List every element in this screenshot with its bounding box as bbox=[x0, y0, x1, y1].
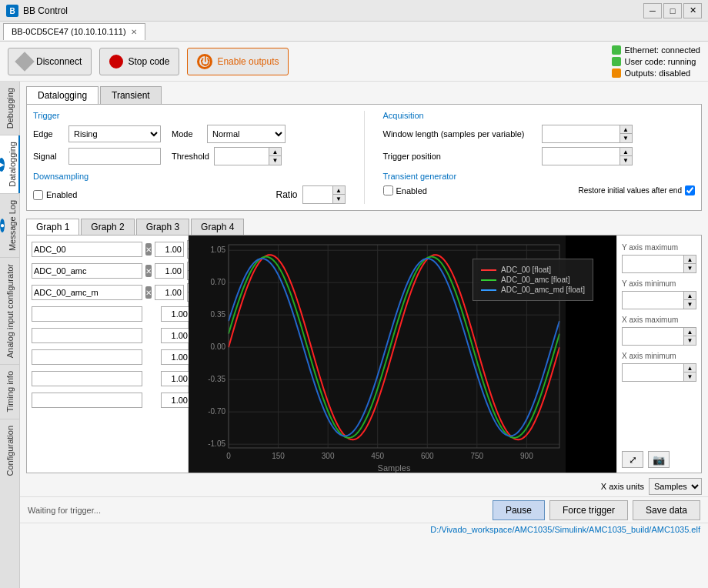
threshold-up-btn[interactable]: ▲ bbox=[269, 148, 281, 156]
close-button[interactable]: ✕ bbox=[683, 3, 702, 18]
y-min-up[interactable]: ▲ bbox=[683, 292, 696, 300]
threshold-input[interactable]: 0.0 bbox=[215, 148, 269, 165]
disconnect-button[interactable]: Disconnect bbox=[8, 48, 92, 75]
signal-row-7: ▲ ▼ bbox=[32, 391, 183, 409]
x-min-btns: ▲ ▼ bbox=[683, 364, 696, 381]
ethernet-label: Ethernet: connected bbox=[625, 45, 700, 55]
user-code-label: User code: running bbox=[625, 57, 696, 66]
enable-outputs-button[interactable]: ⏻ Enable outputs bbox=[187, 48, 289, 75]
window-up-btn[interactable]: ▲ bbox=[620, 125, 632, 134]
sidebar-item-configuration[interactable]: Configuration bbox=[0, 419, 20, 482]
x-min-down[interactable]: ▼ bbox=[683, 373, 696, 381]
tab-transient[interactable]: Transient bbox=[100, 86, 162, 104]
outputs-label: Outputs: disabled bbox=[625, 68, 691, 78]
restore-checkbox[interactable] bbox=[685, 185, 695, 195]
trigger-pos-down-btn[interactable]: ▼ bbox=[620, 156, 632, 165]
sidebar-item-analog[interactable]: Analog input configurator bbox=[0, 258, 20, 364]
graph-tab-2[interactable]: Graph 2 bbox=[81, 219, 134, 235]
signal-val-3[interactable] bbox=[161, 306, 190, 322]
signal-row-3: ▲ ▼ bbox=[32, 305, 183, 323]
signal-val-5[interactable] bbox=[161, 349, 190, 365]
signal-val-6[interactable] bbox=[161, 371, 190, 386]
maximize-button[interactable]: □ bbox=[663, 3, 682, 18]
x-axis-units-select[interactable]: Samples Time bbox=[649, 478, 702, 495]
y-axis-panel: Y axis maximum 1.11 ▲ ▼ Y axis minimum -… bbox=[616, 236, 701, 473]
legend-row-2: ADC_00_amc_md [float] bbox=[481, 286, 585, 294]
x-min-input[interactable]: 0.00 bbox=[623, 364, 683, 381]
graph-tab-3[interactable]: Graph 3 bbox=[136, 219, 189, 235]
signal-val-0[interactable] bbox=[155, 242, 184, 257]
signal-input-6[interactable] bbox=[32, 371, 142, 386]
y-max-down[interactable]: ▼ bbox=[683, 264, 696, 272]
x-max-down[interactable]: ▼ bbox=[683, 336, 696, 345]
signal-clear-1[interactable]: ✕ bbox=[145, 265, 152, 277]
signal-val-4[interactable] bbox=[161, 328, 190, 343]
graph-tab-4-label: Graph 4 bbox=[201, 222, 234, 232]
tab-bb[interactable]: BB-0CD5CE47 (10.10.10.111) ✕ bbox=[3, 23, 145, 40]
downsampling-checkbox[interactable] bbox=[33, 190, 43, 200]
trigger-title: Trigger bbox=[33, 111, 346, 120]
y-max-btns: ▲ ▼ bbox=[683, 256, 696, 272]
tab-close-icon[interactable]: ✕ bbox=[131, 28, 137, 36]
downsampling-title: Downsampling bbox=[33, 172, 346, 181]
window-input[interactable]: 1000 bbox=[543, 125, 620, 142]
ratio-down-btn[interactable]: ▼ bbox=[332, 195, 345, 203]
trigger-pos-input[interactable]: 0 bbox=[543, 148, 620, 165]
graph-tab-2-label: Graph 2 bbox=[91, 222, 124, 232]
signal-clear-0[interactable]: ✕ bbox=[145, 243, 152, 256]
expand-icon-btn[interactable]: ⤢ bbox=[622, 451, 643, 468]
transient-checkbox[interactable] bbox=[383, 185, 393, 195]
tab-datalogging[interactable]: Datalogging bbox=[26, 86, 99, 105]
save-data-button[interactable]: Save data bbox=[633, 500, 700, 520]
outputs-status: Outputs: disabled bbox=[612, 68, 700, 78]
y-min-down[interactable]: ▼ bbox=[683, 300, 696, 309]
stop-code-button[interactable]: Stop code bbox=[99, 48, 179, 75]
sidebar-item-timing[interactable]: Timing info bbox=[0, 365, 20, 418]
mode-select[interactable]: Normal Auto bbox=[208, 125, 285, 142]
x-min-up[interactable]: ▲ bbox=[683, 364, 696, 373]
signal-input-4[interactable] bbox=[32, 328, 142, 343]
y-max-up[interactable]: ▲ bbox=[683, 256, 696, 264]
sidebar-item-datalogging[interactable]: ▶ Datalogging bbox=[0, 135, 20, 193]
signal-val-7[interactable] bbox=[161, 393, 190, 408]
window-down-btn[interactable]: ▼ bbox=[620, 134, 632, 142]
pause-button[interactable]: Pause bbox=[493, 500, 545, 520]
signal-row-6: ▲ ▼ bbox=[32, 369, 183, 388]
ratio-up-btn[interactable]: ▲ bbox=[332, 186, 345, 195]
signal-val-2[interactable] bbox=[155, 285, 184, 300]
y-min-input[interactable]: -1.09 bbox=[623, 292, 683, 309]
transient-row: Enabled Restore initial values after end bbox=[383, 185, 696, 195]
signal-input-0[interactable] bbox=[32, 242, 142, 257]
sidebar-item-debugging[interactable]: Debugging bbox=[0, 82, 20, 135]
downsampling-enabled[interactable]: Enabled bbox=[33, 190, 77, 200]
y-min-label: Y axis minimum bbox=[622, 279, 696, 288]
graph-tab-4[interactable]: Graph 4 bbox=[191, 219, 244, 235]
force-trigger-button[interactable]: Force trigger bbox=[549, 500, 628, 520]
graph-tab-1[interactable]: Graph 1 bbox=[26, 219, 79, 235]
minimize-button[interactable]: ─ bbox=[643, 3, 662, 18]
signal-val-1[interactable] bbox=[155, 263, 184, 279]
signal-input[interactable] bbox=[68, 148, 161, 165]
ratio-input[interactable]: 1 bbox=[303, 186, 332, 203]
x-max-input[interactable]: 999.00 bbox=[623, 328, 683, 345]
downsampling-row: Enabled Ratio 1 ▲ ▼ bbox=[33, 185, 346, 204]
downsampling-section: Downsampling Enabled Ratio 1 bbox=[33, 172, 346, 204]
signal-input-3[interactable] bbox=[32, 306, 142, 322]
pause-label: Pause bbox=[506, 505, 532, 516]
signal-clear-2[interactable]: ✕ bbox=[145, 286, 152, 299]
x-max-up[interactable]: ▲ bbox=[683, 328, 696, 336]
sidebar-item-messagelog[interactable]: ● Message Log bbox=[0, 194, 20, 257]
y-max-input[interactable]: 1.11 bbox=[623, 256, 683, 272]
inner-tabs: Datalogging Transient bbox=[20, 82, 708, 104]
threshold-down-btn[interactable]: ▼ bbox=[269, 156, 281, 165]
tab-datalogging-label: Datalogging bbox=[38, 90, 87, 101]
transient-enabled[interactable]: Enabled bbox=[383, 185, 427, 195]
trigger-pos-up-btn[interactable]: ▲ bbox=[620, 148, 632, 156]
signal-input-1[interactable] bbox=[32, 263, 142, 279]
signal-input-5[interactable] bbox=[32, 349, 142, 365]
signal-input-2[interactable] bbox=[32, 285, 142, 300]
chart-icon-btns: ⤢ 📷 bbox=[622, 451, 696, 468]
signal-input-7[interactable] bbox=[32, 393, 142, 408]
edge-select[interactable]: Rising Falling bbox=[68, 125, 161, 142]
camera-icon-btn[interactable]: 📷 bbox=[648, 451, 670, 468]
